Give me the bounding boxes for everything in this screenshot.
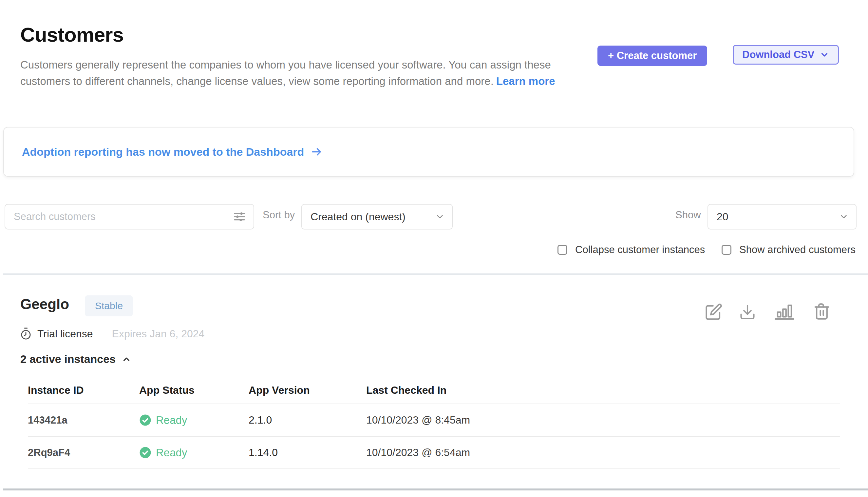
chevron-down-icon	[839, 212, 849, 222]
download-csv-label: Download CSV	[742, 49, 814, 61]
customers-page: Customers Customers generally represent …	[0, 0, 868, 497]
download-license-button[interactable]	[739, 303, 756, 321]
active-instances-toggle[interactable]: 2 active instances	[20, 353, 131, 366]
customer-name[interactable]: Geeglo	[20, 296, 69, 312]
table-row: 143421a Ready 2.1.0 10/10/2023 @ 8:45am	[28, 404, 840, 437]
app-version-cell: 2.1.0	[249, 414, 366, 426]
app-status-cell: Ready	[139, 446, 249, 459]
license-row: Trial license Expires Jan 6, 2024	[20, 327, 204, 340]
column-header-app-version: App Version	[249, 384, 366, 396]
customer-reporting-button[interactable]	[773, 302, 797, 321]
app-status-cell: Ready	[139, 414, 249, 427]
sliders-icon	[232, 209, 247, 224]
page-description: Customers generally represent the compan…	[20, 57, 577, 89]
page-title: Customers	[20, 23, 123, 46]
adoption-banner-link[interactable]: Adoption reporting has now moved to the …	[22, 145, 323, 158]
instance-id-cell: 143421a	[28, 414, 139, 426]
show-archived-checkbox[interactable]	[722, 245, 732, 255]
column-header-app-status: App Status	[139, 384, 249, 396]
app-status-text: Ready	[156, 414, 187, 427]
adoption-banner: Adoption reporting has now moved to the …	[3, 127, 854, 177]
chevron-up-icon	[121, 354, 131, 364]
last-checked-in-cell: 10/10/2023 @ 8:45am	[366, 414, 840, 426]
customer-actions	[705, 302, 831, 321]
stopwatch-icon	[20, 327, 32, 340]
archive-customer-button[interactable]	[813, 302, 831, 321]
collapse-instances-checkbox[interactable]	[558, 245, 567, 255]
bar-chart-icon	[773, 302, 797, 321]
app-status-text: Ready	[156, 446, 187, 459]
arrow-right-icon	[310, 145, 323, 158]
instances-table-header: Instance ID App Status App Version Last …	[28, 380, 840, 404]
edit-customer-button[interactable]	[705, 303, 723, 321]
sort-select-value: Created on (newest)	[310, 211, 406, 223]
adoption-banner-text: Adoption reporting has now moved to the …	[22, 145, 304, 158]
show-label: Show	[675, 209, 701, 221]
instances-table: Instance ID App Status App Version Last …	[28, 380, 840, 469]
sort-by-label: Sort by	[263, 209, 295, 221]
download-icon	[739, 303, 756, 321]
active-instances-label: 2 active instances	[20, 353, 116, 366]
search-box	[4, 204, 254, 229]
show-count-select[interactable]: 20	[707, 204, 856, 229]
channel-badge: Stable	[85, 295, 133, 316]
chevron-down-icon	[820, 50, 829, 60]
check-circle-icon	[139, 446, 151, 459]
license-type: Trial license	[37, 328, 93, 340]
download-csv-button[interactable]: Download CSV	[733, 45, 839, 65]
license-expiration: Expires Jan 6, 2024	[112, 328, 205, 340]
column-header-last-checked-in: Last Checked In	[366, 384, 840, 396]
show-count-value: 20	[717, 211, 729, 223]
show-archived-label: Show archived customers	[739, 244, 856, 256]
sort-select[interactable]: Created on (newest)	[301, 204, 453, 229]
section-divider	[3, 273, 868, 275]
last-checked-in-cell: 10/10/2023 @ 6:54am	[366, 446, 840, 459]
page-description-text: Customers generally represent the compan…	[20, 59, 551, 87]
column-header-instance-id: Instance ID	[28, 384, 139, 396]
check-circle-icon	[139, 414, 151, 426]
collapse-instances-label: Collapse customer instances	[575, 244, 705, 256]
learn-more-link[interactable]: Learn more	[496, 75, 555, 87]
show-archived-checkbox-row[interactable]: Show archived customers	[722, 244, 856, 256]
search-input[interactable]	[13, 211, 232, 223]
table-row: 2Rq9aF4 Ready 1.14.0 10/10/2023 @ 6:54am	[28, 437, 840, 469]
create-customer-button[interactable]: + Create customer	[598, 45, 707, 66]
filter-button[interactable]	[232, 209, 247, 224]
customer-card-divider	[3, 488, 868, 491]
app-version-cell: 1.14.0	[249, 446, 366, 459]
chevron-down-icon	[435, 212, 445, 222]
edit-icon	[705, 303, 723, 321]
instance-id-cell: 2Rq9aF4	[28, 447, 139, 459]
collapse-instances-checkbox-row[interactable]: Collapse customer instances	[558, 244, 705, 256]
trash-icon	[813, 302, 831, 321]
